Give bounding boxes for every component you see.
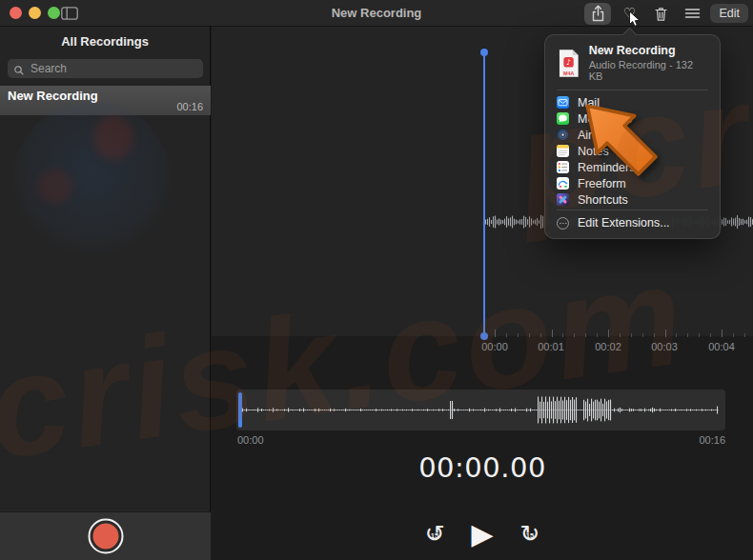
toolbar: ♡ Edit <box>584 0 748 27</box>
recording-duration: 00:16 <box>176 101 203 112</box>
svg-text:♪: ♪ <box>566 57 571 66</box>
share-file-name: New Recording <box>589 44 708 57</box>
sidebar: All Recordings New Recording 00:16 <box>0 27 211 560</box>
overview-end-time: 00:16 <box>212 434 725 446</box>
record-icon <box>92 524 118 550</box>
search-input[interactable] <box>8 59 203 78</box>
timeline-label: 00:04 <box>701 341 743 352</box>
skip-forward-15-button[interactable]: ↻ 15 <box>516 520 544 549</box>
reminders-icon <box>557 161 569 173</box>
playback-options-icon <box>684 8 701 19</box>
share-target-shortcuts[interactable]: Shortcuts <box>545 191 720 208</box>
airdrop-icon <box>557 129 569 141</box>
extensions-icon: ⋯ <box>557 217 569 230</box>
search-field <box>8 59 203 78</box>
mail-icon <box>557 96 569 109</box>
overview-scrubber[interactable] <box>236 390 725 430</box>
shortcuts-icon <box>557 193 569 206</box>
tutorial-arrow-pointer <box>579 93 666 189</box>
timeline-label: 00:01 <box>530 341 572 352</box>
recording-title: New Recording <box>8 89 203 103</box>
play-button[interactable]: ▶ <box>466 520 499 549</box>
share-icon <box>590 4 606 23</box>
timeline-label: 00:00 <box>474 341 516 352</box>
playhead-top-handle[interactable] <box>480 49 488 56</box>
voice-memos-window: New Recording ♡ Edit All Recordings <box>0 0 753 560</box>
transport-controls: ↺ 15 ▶ ↻ 15 <box>212 520 753 549</box>
edit-button[interactable]: Edit <box>710 4 748 23</box>
search-icon <box>13 63 25 80</box>
audio-file-icon: ♪ M4A <box>557 49 580 78</box>
playback-options-button[interactable] <box>679 3 705 25</box>
skip-back-15-button[interactable]: ↺ 15 <box>420 520 449 549</box>
edit-extensions-item[interactable]: ⋯ Edit Extensions... <box>545 210 720 238</box>
svg-text:M4A: M4A <box>563 70 575 75</box>
freeform-icon <box>557 177 569 190</box>
timeline-label: 00:03 <box>643 341 685 352</box>
delete-button[interactable] <box>647 3 674 25</box>
recording-list-item[interactable]: New Recording 00:16 <box>0 86 211 115</box>
play-icon: ▶ <box>471 517 493 550</box>
timeline-ruler <box>482 328 753 337</box>
elapsed-time-display: 00:00.00 <box>212 451 753 484</box>
notes-icon <box>557 145 569 157</box>
record-button[interactable] <box>88 519 123 554</box>
share-file-meta: Audio Recording - 132 KB <box>589 59 708 82</box>
playhead-bottom-handle[interactable] <box>480 332 488 340</box>
share-file-header: ♪ M4A New Recording Audio Recording - 13… <box>545 35 720 90</box>
sidebar-footer-bar <box>0 511 211 560</box>
overview-playhead-marker[interactable] <box>238 392 242 428</box>
sidebar-title: All Recordings <box>0 34 210 49</box>
messages-icon <box>557 112 569 125</box>
mouse-cursor <box>628 10 641 28</box>
playhead-line[interactable] <box>483 52 485 336</box>
trash-icon <box>654 6 668 22</box>
timeline-label: 00:02 <box>587 341 629 352</box>
watermark-logo-blob <box>13 101 171 258</box>
share-button[interactable] <box>584 3 611 25</box>
overview-waveform <box>236 390 722 430</box>
